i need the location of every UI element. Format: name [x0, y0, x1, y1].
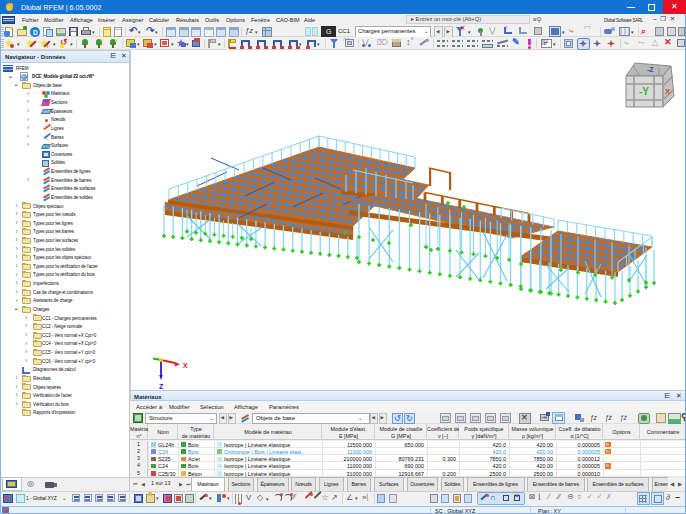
- svg-text:Z: Z: [159, 383, 164, 390]
- svg-text:X: X: [665, 87, 671, 96]
- svg-text:X: X: [183, 362, 188, 369]
- svg-text:-Y: -Y: [639, 86, 649, 97]
- svg-text:-Z: -Z: [647, 66, 654, 73]
